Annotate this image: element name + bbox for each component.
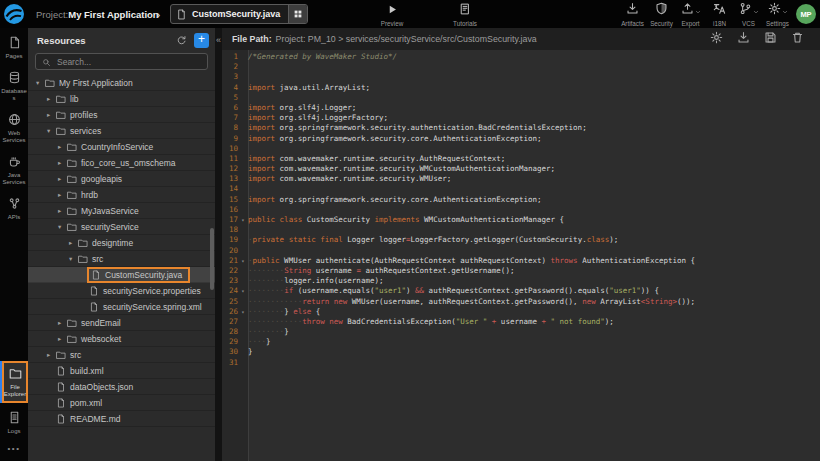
line-number: 8	[222, 123, 238, 133]
fold-toggle-icon[interactable]: ▾	[238, 286, 248, 296]
tree-item-hrdb[interactable]: ▸hrdb	[28, 187, 215, 203]
refresh-icon[interactable]	[176, 35, 187, 46]
tree-item-label: securityService.properties	[103, 286, 201, 296]
code-text: ········if (username.equals("user1") && …	[248, 286, 820, 296]
tool-vcs-button[interactable]: VCS	[734, 0, 763, 28]
code-text: ········}	[248, 327, 820, 337]
open-file-tab[interactable]: CustomSecurity.java	[170, 4, 308, 24]
tree-item-securityservice-spring-xml[interactable]: securityService.spring.xml	[28, 299, 215, 315]
resource-searchbox	[35, 53, 208, 70]
tree-item-label: securityService	[81, 222, 139, 232]
chevron-collapsed-icon[interactable]: ▸	[58, 175, 67, 183]
rail-item-pages[interactable]: Pages	[0, 32, 28, 63]
tool-settings-button[interactable]: Settings	[763, 0, 792, 28]
tree-item-services[interactable]: ▾services	[28, 123, 215, 139]
collapse-panel-button[interactable]: «	[215, 35, 222, 45]
line-number: 17	[222, 215, 238, 225]
chevron-collapsed-icon[interactable]: ▸	[69, 239, 78, 247]
rail-item-label: Web Services	[1, 130, 28, 144]
code-line-2: 2	[222, 62, 820, 72]
logs-doc-icon	[8, 411, 21, 426]
tree-scrollbar[interactable]	[210, 228, 214, 290]
chevron-collapsed-icon[interactable]: ▸	[58, 143, 67, 151]
line-number: 30	[222, 347, 238, 357]
rail-item-file-explorer[interactable]: File Explorer	[2, 361, 28, 403]
fold-toggle-icon[interactable]: ▾	[238, 215, 248, 225]
code-area[interactable]: 1/*Generated by WaveMaker Studio*/234imp…	[222, 50, 820, 461]
fold-gutter	[238, 52, 248, 62]
code-text: ·public WMUser authenticate(AuthRequestC…	[248, 256, 820, 266]
wavemaker-logo-icon[interactable]	[3, 3, 25, 25]
chevron-collapsed-icon[interactable]: ▸	[58, 159, 67, 167]
tree-item-websocket[interactable]: ▸websocket	[28, 331, 215, 347]
fold-toggle-icon[interactable]: ▾	[238, 256, 248, 266]
tree-item-countryinfoservice[interactable]: ▸CountryInfoService	[28, 139, 215, 155]
add-resource-button[interactable]: +	[194, 33, 209, 48]
tutorials-button[interactable]: Tutorials	[445, 0, 485, 28]
rail-more-button[interactable]: •••	[8, 444, 21, 453]
tree-item-sendemail[interactable]: ▸sendEmail	[28, 315, 215, 331]
tree-item-readme-md[interactable]: README.md	[28, 411, 215, 427]
tree-item-label: hrdb	[81, 190, 98, 200]
tree-item-label: src	[70, 350, 81, 360]
folder-icon	[67, 334, 77, 344]
tree-item-designtime[interactable]: ▸designtime	[28, 235, 215, 251]
chevron-expanded-icon[interactable]: ▾	[36, 79, 45, 87]
tool-export-button[interactable]: Export	[676, 0, 705, 28]
fold-gutter	[238, 276, 248, 286]
rail-item-java-services[interactable]: Java Services	[0, 151, 28, 189]
delete-file-button[interactable]	[791, 30, 804, 48]
tree-item-profiles[interactable]: ▸profiles	[28, 107, 215, 123]
editor-settings-button[interactable]	[710, 30, 723, 48]
rail-item-apis[interactable]: APIs	[0, 193, 28, 224]
chevron-collapsed-icon[interactable]: ▸	[58, 335, 67, 343]
code-text: import com.wavemaker.runtime.security.WM…	[248, 164, 820, 174]
code-text: ············return new WMUser(username, …	[248, 297, 820, 307]
download-file-button[interactable]	[737, 30, 750, 48]
tree-item-myjavaservice[interactable]: ▸MyJavaService	[28, 203, 215, 219]
fold-gutter	[238, 174, 248, 184]
search-input[interactable]	[55, 56, 201, 68]
tree-item-src[interactable]: ▸src	[28, 347, 215, 363]
tree-item-src[interactable]: ▾src	[28, 251, 215, 267]
user-avatar[interactable]: MP	[796, 4, 816, 24]
tool-security-button[interactable]: Security	[647, 0, 676, 28]
chevron-expanded-icon[interactable]: ▾	[69, 255, 78, 263]
rail-item-databases[interactable]: Databases	[0, 67, 28, 105]
tree-item-label: pom.xml	[70, 398, 102, 408]
tutorials-doc-icon	[459, 1, 471, 19]
chevron-expanded-icon[interactable]: ▾	[47, 127, 56, 135]
tree-item-securityservice-properties[interactable]: securityService.properties	[28, 283, 215, 299]
tree-item-securityservice[interactable]: ▾securityService	[28, 219, 215, 235]
code-text: import org.springframework.security.auth…	[248, 123, 820, 133]
chevron-down-icon	[782, 1, 788, 19]
chevron-collapsed-icon[interactable]: ▸	[47, 351, 56, 359]
tree-item-googleapis[interactable]: ▸googleapis	[28, 171, 215, 187]
chevron-collapsed-icon[interactable]: ▸	[58, 319, 67, 327]
rail-item-logs[interactable]: Logs	[0, 407, 28, 438]
tree-item-lib[interactable]: ▸lib	[28, 91, 215, 107]
tree-item-dataobjects-json[interactable]: dataObjects.json	[28, 379, 215, 395]
security-shield-icon	[655, 1, 668, 19]
tree-item-pom-xml[interactable]: pom.xml	[28, 395, 215, 411]
preview-button[interactable]: Preview	[374, 0, 410, 28]
chevron-expanded-icon[interactable]: ▾	[58, 223, 67, 231]
rail-item-label: APIs	[1, 214, 28, 221]
tree-item-my-first-application[interactable]: ▾My First Application	[28, 75, 215, 91]
chevron-collapsed-icon[interactable]: ▸	[58, 191, 67, 199]
rail-item-web-services[interactable]: Web Services	[0, 109, 28, 147]
tree-item-build-xml[interactable]: build.xml	[28, 363, 215, 379]
tree-item-fico-core-us-omschema[interactable]: ▸fico_core_us_omschema	[28, 155, 215, 171]
code-line-3: 3	[222, 72, 820, 82]
chevron-collapsed-icon[interactable]: ▸	[47, 95, 56, 103]
grid-view-icon[interactable]	[288, 5, 307, 23]
chevron-collapsed-icon[interactable]: ▸	[47, 111, 56, 119]
tool-label: VCS	[742, 20, 755, 27]
tree-item-customsecurity-java[interactable]: CustomSecurity.java	[28, 267, 215, 283]
chevron-collapsed-icon[interactable]: ▸	[58, 207, 67, 215]
fold-toggle-icon[interactable]: ▾	[238, 307, 248, 317]
code-text	[248, 72, 820, 82]
save-file-button[interactable]	[764, 30, 777, 48]
tool-i18n-button[interactable]: i18N	[705, 0, 734, 28]
tool-artifacts-button[interactable]: Artifacts	[618, 0, 647, 28]
